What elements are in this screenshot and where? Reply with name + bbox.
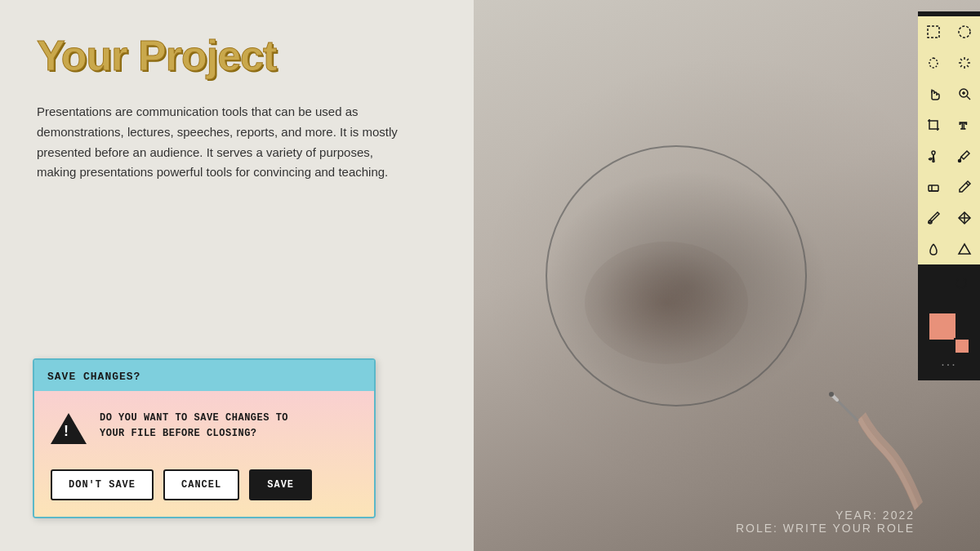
lasso-tool[interactable] xyxy=(918,47,949,78)
svg-rect-3 xyxy=(928,26,939,38)
tool-row-3 xyxy=(918,78,980,109)
tool-row-6 xyxy=(918,171,980,202)
warning-triangle xyxy=(51,413,87,444)
tool-row-7 xyxy=(918,202,980,233)
sketch-shading xyxy=(585,242,748,364)
tool-row-2 xyxy=(918,47,980,78)
triangle-tool[interactable] xyxy=(949,233,980,264)
project-title: Your Project xyxy=(37,33,437,79)
warning-icon xyxy=(51,411,87,447)
color-area: ··· xyxy=(918,303,980,380)
tool-row-4: T xyxy=(918,109,980,140)
rect-select-tool[interactable] xyxy=(918,16,949,47)
crop-tool[interactable] xyxy=(918,109,949,140)
svg-point-20 xyxy=(959,160,961,162)
toolbar-dots: ··· xyxy=(941,358,956,372)
svg-line-0 xyxy=(837,400,858,420)
svg-point-4 xyxy=(959,26,970,38)
dialog-header: SAVE CHANGES? xyxy=(34,360,374,391)
svg-line-9 xyxy=(960,59,962,60)
tool-row-5 xyxy=(918,140,980,171)
left-panel: Your Project Presentations are communica… xyxy=(0,0,474,551)
dont-save-button[interactable]: DON'T SAVE xyxy=(51,469,154,500)
dialog-title: SAVE CHANGES? xyxy=(47,371,140,383)
hand-tool[interactable] xyxy=(918,78,949,109)
svg-line-24 xyxy=(966,183,969,185)
svg-marker-28 xyxy=(959,244,970,254)
dialog-content-row: DO YOU WANT TO SAVE CHANGES TO YOUR FILE… xyxy=(51,411,358,447)
zoom-tool[interactable] xyxy=(949,78,980,109)
primary-color-swatch[interactable] xyxy=(928,312,957,341)
secondary-color-swatch[interactable] xyxy=(954,338,970,354)
eyedropper-tool[interactable] xyxy=(949,140,980,171)
dialog-message-line2: YOUR FILE BEFORE CLOSING? xyxy=(100,428,257,439)
eraser-tool[interactable] xyxy=(918,171,949,202)
magic-wand-tool[interactable] xyxy=(949,47,980,78)
toolbar: T xyxy=(918,11,980,380)
drop-tool[interactable] xyxy=(918,233,949,264)
hand-pencil-svg xyxy=(768,371,947,518)
dialog-body: DO YOU WANT TO SAVE CHANGES TO YOUR FILE… xyxy=(34,391,374,517)
pen-tool[interactable] xyxy=(949,202,980,233)
svg-point-2 xyxy=(829,392,834,397)
brush-tool[interactable] xyxy=(918,202,949,233)
cancel-button[interactable]: CANCEL xyxy=(163,469,239,500)
tool-row-1 xyxy=(918,16,980,47)
ellipse-select-tool[interactable] xyxy=(949,16,980,47)
dialog-buttons: DON'T SAVE CANCEL SAVE xyxy=(51,466,358,500)
svg-line-11 xyxy=(967,59,969,60)
rotate-tool[interactable] xyxy=(946,268,977,299)
text-tool[interactable]: T xyxy=(949,109,980,140)
tool-row-8 xyxy=(918,233,980,264)
pencil-tool[interactable] xyxy=(949,171,980,202)
footer-role: ROLE: WRITE YOUR ROLE xyxy=(736,522,915,535)
save-button[interactable]: SAVE xyxy=(249,469,312,500)
paint-tool[interactable] xyxy=(918,140,949,171)
svg-text:T: T xyxy=(960,119,967,131)
svg-line-12 xyxy=(960,65,962,67)
save-dialog: SAVE CHANGES? DO YOU WANT TO SAVE CHANGE… xyxy=(33,358,376,518)
dialog-message-line1: DO YOU WANT TO SAVE CHANGES TO xyxy=(100,412,288,424)
svg-line-15 xyxy=(967,96,970,100)
dialog-message: DO YOU WANT TO SAVE CHANGES TO YOUR FILE… xyxy=(100,411,288,442)
right-panel: YEAR: 2022 ROLE: WRITE YOUR ROLE xyxy=(474,0,980,551)
svg-rect-21 xyxy=(929,185,938,191)
footer-info: YEAR: 2022 ROLE: WRITE YOUR ROLE xyxy=(736,509,915,535)
description-text: Presentations are communication tools th… xyxy=(37,102,412,183)
svg-line-10 xyxy=(967,65,969,67)
footer-year: YEAR: 2022 xyxy=(736,509,915,522)
